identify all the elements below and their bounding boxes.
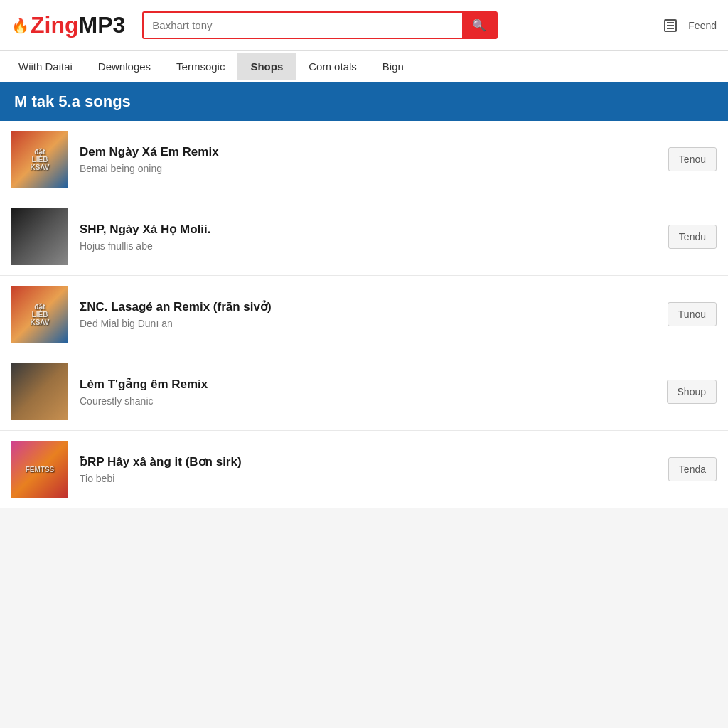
thumb-text-1: đặtLIEBKSAV [28,146,50,173]
section-header: M tak 5.a songs [0,82,728,121]
thumb-overlay-5: FEMTSS [11,441,68,498]
song-list: đặtLIEBKSAV Dem Ngày Xá Em Remix Bemai b… [0,121,728,508]
nav-item-dewnloges[interactable]: Dewnloges [85,53,164,80]
song-item-5: FEMTSS ƀRP Hây xâ àng it (Bơn sirk) Tio … [0,431,728,508]
song-thumb-3: đặtLIEBKSAV [11,286,68,343]
song-title-1: Dem Ngày Xá Em Remix [80,145,657,159]
logo-zing-text: Zing [31,12,79,38]
song-title-3: ΣNC. Lasagé an Remix (frān sivở) [80,299,656,314]
nav-bar: Wiith Daitai Dewnloges Termsogic Shops C… [0,51,728,82]
nav-item-bign[interactable]: Bign [370,53,417,80]
feed-label: Feend [688,20,717,31]
flame-icon: 🔥 [11,17,29,34]
song-thumb-5: FEMTSS [11,441,68,498]
song-action-2: Tendu [668,225,717,249]
header-right: Feend [664,19,717,32]
song-action-1: Tenou [668,147,717,171]
song-info-1: Dem Ngày Xá Em Remix Bemai being oning [80,145,657,174]
song-item-3: đặtLIEBKSAV ΣNC. Lasagé an Remix (frān s… [0,276,728,353]
section-title: M tak 5.a songs [14,92,131,110]
song-title-5: ƀRP Hây xâ àng it (Bơn sirk) [80,454,657,469]
thumb-overlay-2 [11,208,68,265]
song-info-4: Lèm T'gảng êm Remix Courestly shanic [80,377,655,407]
feed-icon [664,19,677,32]
action-btn-4[interactable]: Shoup [667,380,717,404]
nav-item-com-otals[interactable]: Com otals [296,53,370,80]
song-action-4: Shoup [667,380,717,404]
song-info-3: ΣNC. Lasagé an Remix (frān sivở) Ded Mia… [80,299,656,329]
song-subtitle-1: Bemai being oning [80,163,657,174]
header: 🔥 ZingMP3 🔍 Feend [0,0,728,51]
action-btn-2[interactable]: Tendu [668,225,717,249]
logo-zing: ZingMP3 [31,12,125,38]
song-item-1: đặtLIEBKSAV Dem Ngày Xá Em Remix Bemai b… [0,121,728,198]
action-btn-3[interactable]: Tunou [668,302,717,326]
song-item-4: Lèm T'gảng êm Remix Courestly shanic Sho… [0,353,728,431]
song-thumb-4 [11,363,68,420]
song-title-2: SHP, Ngày Xá Họ Molii. [80,222,657,237]
song-action-3: Tunou [668,302,717,326]
song-info-5: ƀRP Hây xâ àng it (Bơn sirk) Tio bebi [80,454,657,484]
nav-item-wiith-daitai[interactable]: Wiith Daitai [6,53,85,80]
logo[interactable]: 🔥 ZingMP3 [11,12,125,38]
thumb-text-3: đặtLIEBKSAV [28,301,50,328]
thumb-overlay-3: đặtLIEBKSAV [11,286,68,343]
action-btn-5[interactable]: Tenda [668,457,717,481]
thumb-text-2 [38,235,41,238]
search-input[interactable] [144,13,462,38]
song-thumb-1: đặtLIEBKSAV [11,131,68,188]
song-subtitle-2: Hojus fnullis abe [80,240,657,252]
song-subtitle-4: Courestly shanic [80,395,655,407]
nav-item-termsogic[interactable]: Termsogic [164,53,237,80]
search-button[interactable]: 🔍 [462,13,496,38]
song-subtitle-3: Ded Mial big Dunı an [80,318,656,329]
nav-item-shops[interactable]: Shops [237,53,296,80]
song-title-4: Lèm T'gảng êm Remix [80,377,655,392]
song-thumb-2 [11,208,68,265]
thumb-text-5: FEMTSS [24,464,56,475]
song-item-2: SHP, Ngày Xá Họ Molii. Hojus fnullis abe… [0,198,728,276]
thumb-text-4 [38,390,41,393]
search-icon: 🔍 [472,19,486,31]
logo-mp3-text: MP3 [79,12,126,38]
song-info-2: SHP, Ngày Xá Họ Molii. Hojus fnullis abe [80,222,657,252]
search-bar: 🔍 [142,11,498,39]
song-subtitle-5: Tio bebi [80,473,657,484]
song-action-5: Tenda [668,457,717,481]
thumb-overlay-1: đặtLIEBKSAV [11,131,68,188]
thumb-overlay-4 [11,363,68,420]
action-btn-1[interactable]: Tenou [668,147,717,171]
